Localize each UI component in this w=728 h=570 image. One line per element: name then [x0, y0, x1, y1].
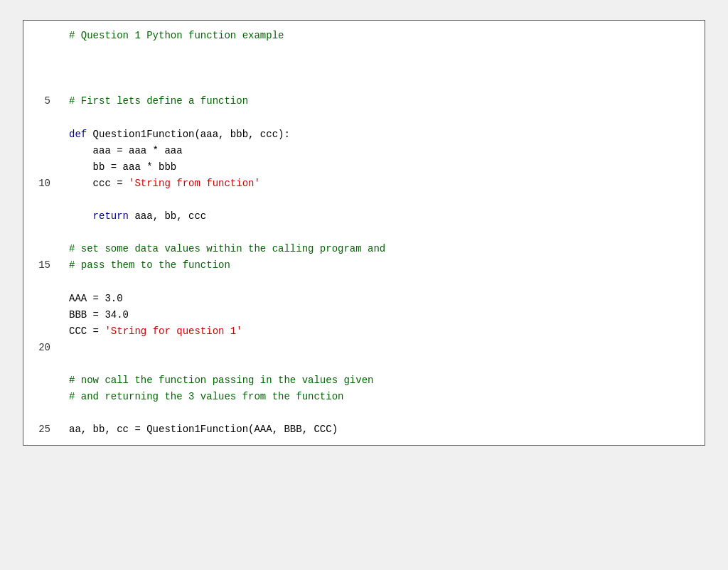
- line-number: [26, 405, 50, 421]
- code-line: aa, bb, cc = Question1Function(AAA, BBB,…: [69, 421, 697, 438]
- code-line: [69, 225, 697, 241]
- line-number: [26, 127, 50, 143]
- code-segment: Question1Function: [146, 424, 248, 435]
- code-segment: # pass them to the function: [69, 259, 230, 271]
- line-number: [26, 192, 50, 208]
- code-segment: # set some data values within the callin…: [69, 243, 385, 254]
- code-segment: # and returning the 3 values from the fu…: [69, 391, 343, 402]
- line-number: [26, 372, 50, 389]
- code-line: # now call the function passing in the v…: [69, 372, 697, 389]
- code-segment: (aaa, bbb, ccc):: [194, 129, 289, 140]
- code-line: [69, 44, 697, 60]
- line-number: [26, 225, 50, 241]
- code-segment: (AAA, BBB, CCC): [248, 424, 338, 435]
- code-line: [69, 356, 697, 372]
- code-line: BBB = 34.0: [69, 307, 697, 323]
- code-segment: Question1Function: [93, 129, 195, 140]
- line-number: [26, 60, 50, 77]
- code-line: AAA = 3.0: [69, 291, 697, 307]
- code-segment: # First lets define a function: [69, 95, 248, 107]
- line-number: [26, 307, 50, 323]
- code-segment: aaa, bb, ccc: [134, 210, 206, 222]
- line-number: 20: [26, 340, 50, 356]
- line-numbers: 510152025: [23, 28, 59, 438]
- line-number: [26, 323, 50, 340]
- line-number: [26, 143, 50, 159]
- line-number: [26, 159, 50, 176]
- line-number: [26, 44, 50, 60]
- code-line: return aaa, bb, ccc: [69, 208, 697, 225]
- code-line: ccc = 'String from function': [69, 176, 697, 192]
- code-line: bb = aaa * bbb: [69, 159, 697, 176]
- code-segment: BBB = 34.0: [69, 309, 129, 321]
- code-segment: CCC =: [69, 326, 105, 337]
- line-number: [26, 274, 50, 290]
- code-segment: # Question 1 Python function example: [69, 30, 284, 41]
- code-line: # and returning the 3 values from the fu…: [69, 389, 697, 405]
- code-lines: # Question 1 Python function example # F…: [59, 28, 705, 438]
- code-line: # Question 1 Python function example: [69, 28, 697, 44]
- line-number: [26, 208, 50, 225]
- line-number: [26, 241, 50, 257]
- code-line: [69, 192, 697, 208]
- line-number: 15: [26, 257, 50, 274]
- code-segment: 'String from function': [129, 178, 260, 189]
- line-number: [26, 356, 50, 372]
- line-number: [26, 28, 50, 44]
- code-segment: AAA = 3.0: [69, 293, 123, 304]
- code-line: [69, 77, 697, 93]
- code-line: [69, 109, 697, 126]
- code-segment: aa, bb, cc =: [69, 424, 146, 435]
- code-segment: 'String for question 1': [105, 326, 242, 337]
- code-line: # pass them to the function: [69, 257, 697, 274]
- line-number: [26, 291, 50, 307]
- line-number: 10: [26, 176, 50, 192]
- code-line: [69, 274, 697, 290]
- code-line: # set some data values within the callin…: [69, 241, 697, 257]
- code-segment: aaa = aaa * aaa: [69, 145, 183, 156]
- code-segment: def: [69, 129, 93, 140]
- code-segment: # now call the function passing in the v…: [69, 375, 373, 386]
- line-number: [26, 389, 50, 405]
- code-line: [69, 60, 697, 77]
- page-container: 510152025 # Question 1 Python function e…: [0, 0, 728, 570]
- line-number: [26, 109, 50, 126]
- code-line: # First lets define a function: [69, 93, 697, 109]
- code-container: 510152025 # Question 1 Python function e…: [23, 20, 705, 446]
- code-line: [69, 405, 697, 421]
- code-segment: return: [69, 210, 134, 222]
- code-line: CCC = 'String for question 1': [69, 323, 697, 340]
- code-line: def Question1Function(aaa, bbb, ccc):: [69, 127, 697, 143]
- code-segment: bb = aaa * bbb: [69, 161, 176, 173]
- code-segment: ccc =: [69, 178, 129, 189]
- line-number: 25: [26, 421, 50, 438]
- code-line: [69, 340, 697, 356]
- line-number: 5: [26, 93, 50, 109]
- line-number: [26, 77, 50, 93]
- code-body: 510152025 # Question 1 Python function e…: [23, 21, 705, 445]
- code-line: aaa = aaa * aaa: [69, 143, 697, 159]
